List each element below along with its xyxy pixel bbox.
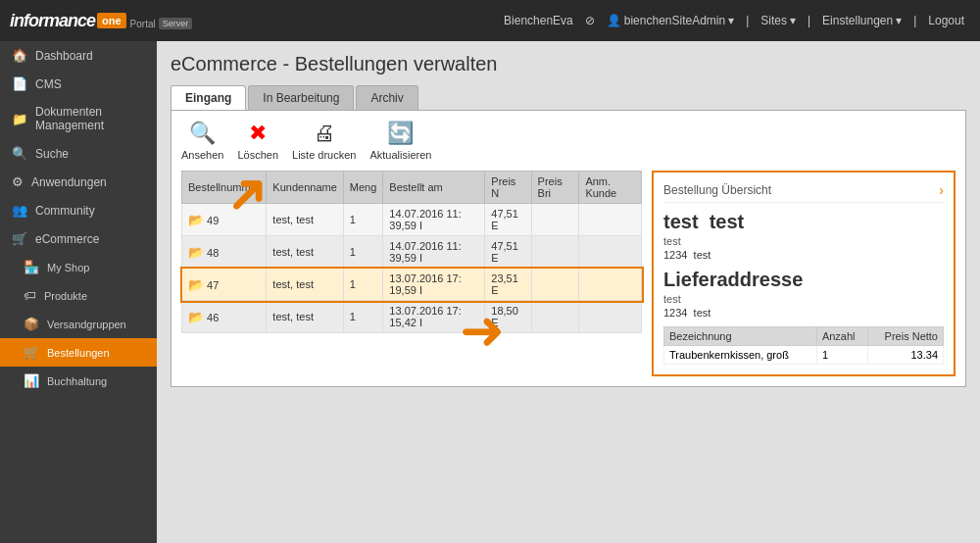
admin-chevron-icon: ▾ [728, 14, 734, 27]
top-nav-divider3: | [808, 14, 810, 27]
cell-datum: 13.07.2016 17: 19,59 I [383, 269, 485, 301]
panel-col-anzahl: Anzahl [816, 327, 867, 346]
cell-netto: 23,51 E [485, 269, 531, 301]
sidebar-item-cms[interactable]: 📄 CMS [0, 70, 157, 98]
cell-menge: 1 [343, 204, 383, 236]
content-box: 🔍 Ansehen ✖ Löschen 🖨 Liste drucken 🔄 Ak… [171, 110, 966, 387]
cell-kunde: test, test [267, 301, 343, 333]
top-nav-divider: ⊘ [585, 14, 595, 27]
panel-cell-bezeichnung: Traubenkernkissen, groß [664, 346, 817, 365]
order-name1: test [663, 211, 699, 232]
sidebar-items: 🏠 Dashboard 📄 CMS 📁 Dokumenten Managemen… [0, 41, 157, 395]
aktualisieren-button[interactable]: 🔄 Aktualisieren [369, 121, 431, 161]
sidebar-label-bestellungen: Bestellungen [47, 347, 110, 359]
admin-label: bienchenSiteAdmin [624, 14, 725, 27]
sidebar-item-docs[interactable]: 📁 Dokumenten Management [0, 98, 157, 139]
sidebar-label-myshop: My Shop [47, 262, 89, 273]
cell-anm [579, 236, 642, 269]
left-column: Bestellnummer Kundenname Meng Bestellt a… [181, 171, 642, 376]
sidebar-label-search: Suche [35, 147, 69, 161]
sites-chevron-icon: ▾ [790, 14, 796, 27]
sidebar-item-versandgruppen[interactable]: 📦 Versandgruppen [0, 310, 157, 338]
tab-in-bearbeitung[interactable]: In Bearbeitung [248, 85, 354, 110]
panel-col-preis: Preis Netto [868, 327, 944, 346]
loeschen-button[interactable]: ✖ Löschen [237, 121, 278, 161]
lieferaddresse-title: Lieferaddresse [663, 269, 944, 291]
col-preis-bri: Preis Bri [531, 172, 579, 204]
ansehen-button[interactable]: 🔍 Ansehen [181, 121, 223, 161]
logo: informance one Portal Server [10, 11, 192, 31]
table-row[interactable]: 📂 49 test, test 1 14.07.2016 11: 39,59 I… [182, 204, 642, 236]
addr-sub: test [663, 293, 944, 305]
page-title: eCommerce - Bestellungen verwalten [171, 53, 966, 75]
drucken-label: Liste drucken [292, 149, 356, 161]
toolbar: 🔍 Ansehen ✖ Löschen 🖨 Liste drucken 🔄 Ak… [181, 121, 956, 161]
settings-nav[interactable]: Einstellungen ▾ [816, 10, 907, 31]
col-bestellt-am: Bestellt am [383, 172, 485, 204]
cell-anm [579, 204, 642, 236]
layout: 🏠 Dashboard 📄 CMS 📁 Dokumenten Managemen… [0, 41, 980, 543]
addr-val: test [694, 307, 711, 319]
table-row[interactable]: 📂 46 test, test 1 13.07.2016 17: 15,42 I… [182, 301, 642, 333]
table-row-highlighted[interactable]: 📂 47 test, test 1 13.07.2016 17: 19,59 I… [182, 269, 642, 301]
cell-nr: 📂 48 [182, 236, 267, 269]
sidebar-item-buchhaltung[interactable]: 📊 Buchhaltung [0, 367, 157, 395]
dashboard-icon: 🏠 [12, 48, 27, 63]
table-row[interactable]: 📂 48 test, test 1 14.07.2016 11: 39,59 I… [182, 236, 642, 269]
cell-menge: 1 [343, 301, 383, 333]
liste-drucken-button[interactable]: 🖨 Liste drucken [292, 121, 356, 161]
cell-netto: 47,51 E [485, 204, 531, 236]
panel-table: Bezeichnung Anzahl Preis Netto Traubenke… [663, 326, 944, 365]
sidebar-item-search[interactable]: 🔍 Suche [0, 139, 157, 168]
cell-datum: 13.07.2016 17: 15,42 I [383, 301, 485, 333]
sidebar-item-apps[interactable]: ⚙ Anwendungen [0, 168, 157, 196]
sites-nav[interactable]: Sites ▾ [755, 10, 802, 31]
cell-nr: 📂 47 [182, 269, 267, 301]
cell-netto: 18,50 E [485, 301, 531, 333]
logo-one: one [97, 13, 126, 28]
order-num2: test [694, 249, 711, 261]
logo-server: Server [159, 18, 193, 29]
bestellungen-icon: 🛒 [24, 345, 39, 360]
logout-nav[interactable]: Logout [922, 10, 970, 31]
cell-kunde: test, test [267, 269, 343, 301]
panel-cell-preis: 13.34 [868, 346, 944, 365]
sidebar-item-dashboard[interactable]: 🏠 Dashboard [0, 41, 157, 70]
folder-icon: 📂 [188, 245, 204, 260]
produkte-icon: 🏷 [24, 288, 36, 303]
addr-num1: 1234 [663, 307, 687, 319]
panel-title: Bestellung Übersicht [663, 183, 771, 197]
cell-anm [579, 269, 642, 301]
settings-label: Einstellungen [822, 14, 893, 27]
community-icon: 👥 [12, 203, 27, 218]
sidebar-item-produkte[interactable]: 🏷 Produkte [0, 281, 157, 310]
logo-portal: Portal [130, 19, 156, 29]
sidebar-item-myshop[interactable]: 🏪 My Shop [0, 253, 157, 281]
order-num1: 1234 [663, 249, 687, 261]
folder-icon: 📂 [188, 213, 204, 227]
cell-brutto [531, 236, 579, 269]
panel-chevron-icon[interactable]: › [939, 182, 944, 198]
panel-cell-anzahl: 1 [816, 346, 867, 365]
cell-menge: 1 [343, 269, 383, 301]
sidebar-item-community[interactable]: 👥 Community [0, 196, 157, 224]
cell-nr: 📂 46 [182, 301, 267, 333]
search-icon: 🔍 [12, 146, 27, 161]
docs-icon: 📁 [12, 112, 27, 126]
sidebar-item-bestellungen[interactable]: 🛒 Bestellungen [0, 338, 157, 367]
sidebar-item-ecommerce[interactable]: 🛒 eCommerce [0, 224, 157, 253]
ansehen-icon: 🔍 [189, 121, 216, 146]
sidebar-label-apps: Anwendungen [31, 175, 107, 189]
folder-icon: 📂 [188, 277, 204, 292]
sidebar-label-dashboard: Dashboard [35, 49, 93, 63]
admin-nav[interactable]: 👤 bienchenSiteAdmin ▾ [601, 10, 740, 31]
col-preis-n: Preis N [485, 172, 531, 204]
tab-eingang[interactable]: Eingang [171, 85, 246, 110]
tab-bar: Eingang In Bearbeitung Archiv [171, 85, 966, 110]
top-nav-divider2: | [746, 14, 749, 27]
col-bestellnummer: Bestellnummer [182, 172, 267, 204]
cell-anm [579, 301, 642, 333]
user-display: BienchenEva [498, 10, 579, 31]
cell-datum: 14.07.2016 11: 39,59 I [383, 236, 485, 269]
tab-archiv[interactable]: Archiv [356, 85, 417, 110]
